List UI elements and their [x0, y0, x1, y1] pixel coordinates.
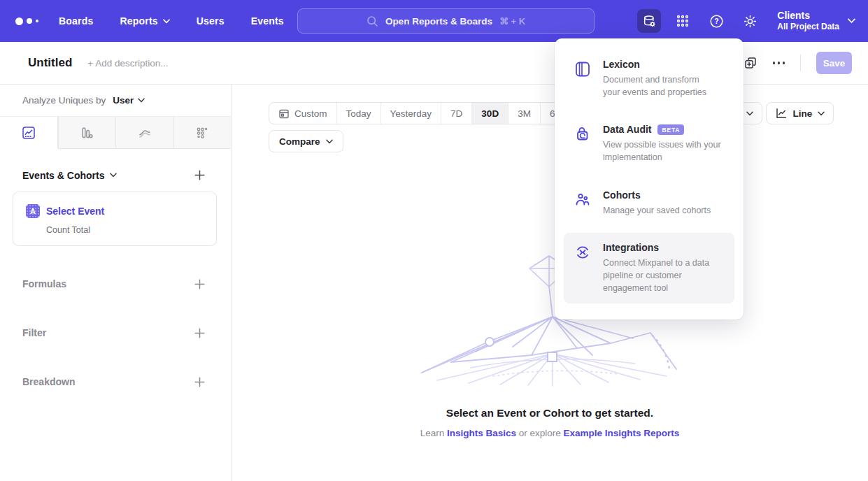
chevron-down-icon	[818, 111, 825, 116]
plus-icon	[194, 278, 206, 290]
formulas-label: Formulas	[22, 278, 66, 289]
metric-grid-icon	[194, 125, 210, 141]
plus-icon	[194, 169, 206, 181]
project-scope: All Project Data	[777, 22, 839, 32]
search-placeholder: Open Reports & Boards	[385, 16, 492, 27]
events-cohorts-header: Events & Cohorts	[22, 169, 206, 181]
global-search-input[interactable]: Open Reports & Boards ⌘ + K	[297, 8, 595, 34]
nav-links: Boards Reports Users Events	[59, 15, 284, 27]
add-filter-button[interactable]	[194, 327, 206, 339]
breakdown-section[interactable]: Breakdown	[22, 371, 206, 393]
date-range-3m[interactable]: 3M	[508, 103, 540, 124]
analyze-by-value: User	[113, 95, 134, 106]
bar-chart-icon	[79, 125, 94, 141]
menu-item-cohorts[interactable]: Cohorts Manage your saved cohorts	[564, 180, 734, 226]
select-event-label[interactable]: Select Event	[46, 206, 104, 217]
chart-style-selector[interactable]: Line	[766, 102, 834, 124]
date-range-30d[interactable]: 30D	[471, 103, 508, 124]
nav-item-boards[interactable]: Boards	[59, 15, 93, 27]
insights-report-page: Boards Reports Users Events Open Reports…	[0, 0, 868, 481]
more-options-button[interactable]	[773, 62, 785, 64]
date-range-yesterday[interactable]: Yesterday	[380, 103, 441, 124]
database-gear-icon	[642, 14, 657, 29]
compare-label: Compare	[279, 136, 320, 147]
save-button[interactable]: Save	[816, 52, 852, 74]
calendar-icon	[278, 108, 290, 120]
insights-basics-link[interactable]: Insights Basics	[447, 428, 516, 438]
query-builder-sidebar: Analyze Uniques by User	[0, 85, 232, 481]
or-explore-text: or explore	[519, 428, 561, 438]
flow-icon	[137, 125, 152, 141]
event-card[interactable]: A Select Event Count Total	[13, 192, 217, 246]
example-insights-reports-link[interactable]: Example Insights Reports	[564, 428, 680, 438]
header-actions: Save	[744, 52, 853, 74]
nav-item-events[interactable]: Events	[251, 15, 284, 27]
tab-flow-chart[interactable]	[115, 117, 173, 148]
top-nav: Boards Reports Users Events Open Reports…	[0, 0, 868, 42]
tab-bar-chart[interactable]	[58, 117, 116, 148]
menu-item-description: Manage your saved cohorts	[603, 204, 711, 217]
menu-item-title: Data Audit	[603, 124, 651, 135]
menu-item-integrations[interactable]: Integrations Connect Mixpanel to a data …	[564, 233, 734, 303]
duplicate-button[interactable]	[744, 56, 757, 70]
empty-state-links: Learn Insights Basics or explore Example…	[232, 428, 868, 438]
learn-prefix: Learn	[420, 428, 445, 438]
apps-grid-button[interactable]	[671, 9, 695, 33]
line-chart-icon	[775, 107, 788, 120]
chevron-down-icon	[746, 111, 753, 116]
help-button[interactable]: ?	[704, 9, 728, 33]
analyze-label: Analyze Uniques by	[22, 95, 106, 106]
chevron-down-icon	[138, 98, 145, 103]
add-formula-button[interactable]	[194, 278, 206, 290]
menu-item-title: Cohorts	[603, 189, 711, 201]
report-title[interactable]: Untitled	[28, 56, 72, 70]
breakdown-label: Breakdown	[22, 376, 75, 387]
chevron-down-icon	[848, 18, 855, 24]
menu-item-description: Connect Mixpanel to a data pipeline or c…	[603, 257, 727, 294]
compare-button[interactable]: Compare	[269, 130, 343, 152]
mixpanel-logo-icon[interactable]	[15, 17, 46, 25]
formulas-section[interactable]: Formulas	[22, 273, 206, 295]
menu-item-title: Integrations	[603, 242, 727, 253]
date-range-custom[interactable]: Custom	[269, 103, 336, 124]
nav-item-users[interactable]: Users	[197, 15, 225, 27]
chart-type-tabs	[0, 117, 231, 149]
data-management-button[interactable]	[637, 9, 661, 33]
events-cohorts-toggle[interactable]: Events & Cohorts	[22, 170, 117, 181]
menu-item-data-audit[interactable]: Data Audit BETA View possible issues wit…	[564, 115, 734, 173]
tab-metrics-grid[interactable]	[173, 117, 232, 148]
lexicon-icon	[574, 59, 592, 99]
project-selector[interactable]: Clients All Project Data	[777, 10, 855, 33]
analyze-row: Analyze Uniques by User	[0, 85, 231, 117]
data-audit-icon	[574, 124, 592, 164]
date-range-7d[interactable]: 7D	[441, 103, 471, 124]
event-metric[interactable]: Count Total	[46, 225, 205, 235]
events-cohorts-label: Events & Cohorts	[22, 170, 104, 181]
add-breakdown-button[interactable]	[194, 376, 206, 388]
chevron-down-icon	[110, 173, 117, 178]
search-shortcut: ⌘ + K	[499, 16, 525, 27]
chevron-down-icon	[163, 19, 170, 24]
copy-icon	[744, 56, 757, 70]
add-description-field[interactable]: + Add description...	[87, 58, 168, 69]
menu-item-description: View possible issues with your implement…	[603, 138, 727, 164]
search-icon	[367, 15, 378, 27]
svg-text:?: ?	[714, 17, 718, 25]
add-event-button[interactable]	[194, 169, 206, 181]
menu-item-lexicon[interactable]: Lexicon Document and transform your even…	[564, 50, 734, 108]
tab-line-chart[interactable]	[0, 117, 58, 149]
nav-item-reports-label: Reports	[120, 15, 157, 27]
nav-item-reports[interactable]: Reports	[120, 15, 169, 27]
question-circle-icon: ?	[709, 14, 724, 29]
plus-icon	[194, 327, 206, 339]
data-management-menu: Lexicon Document and transform your even…	[555, 38, 744, 320]
analyze-by-selector[interactable]: User	[113, 95, 145, 106]
date-range-today[interactable]: Today	[336, 103, 380, 124]
date-range-custom-label: Custom	[294, 108, 327, 119]
settings-button[interactable]	[738, 9, 762, 33]
menu-item-description: Document and transform your events and p…	[603, 73, 718, 99]
filter-label: Filter	[22, 327, 46, 338]
beta-badge: BETA	[657, 124, 684, 135]
filter-section[interactable]: Filter	[22, 322, 206, 344]
dot-grid-icon	[676, 14, 690, 28]
